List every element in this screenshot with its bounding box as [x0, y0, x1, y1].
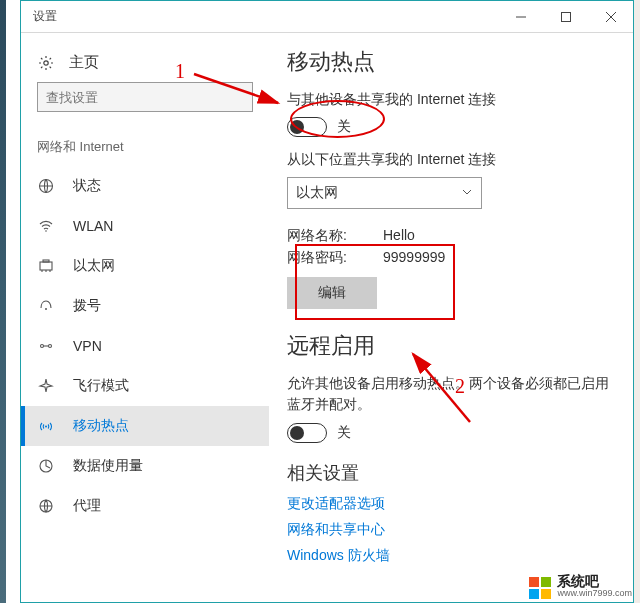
related-heading: 相关设置: [287, 461, 615, 485]
sidebar-item-label: 移动热点: [73, 417, 129, 435]
sidebar-item-ethernet[interactable]: 以太网: [21, 246, 269, 286]
sidebar-item-dialup[interactable]: 拨号: [21, 286, 269, 326]
sidebar-item-vpn[interactable]: VPN: [21, 326, 269, 366]
ethernet-icon: [37, 257, 55, 275]
svg-point-13: [41, 345, 44, 348]
link-adapter-options[interactable]: 更改适配器选项: [287, 495, 615, 513]
watermark-title: 系统吧: [557, 574, 632, 589]
close-button[interactable]: [588, 1, 633, 32]
gear-icon: [37, 54, 55, 72]
sidebar-item-hotspot[interactable]: 移动热点: [21, 406, 269, 446]
network-name-key: 网络名称:: [287, 227, 383, 245]
minimize-button[interactable]: [498, 1, 543, 32]
home-label: 主页: [69, 53, 99, 72]
sidebar-item-label: 拨号: [73, 297, 101, 315]
sidebar-item-wlan[interactable]: WLAN: [21, 206, 269, 246]
watermark: 系统吧 www.win7999.com: [529, 574, 632, 599]
airplane-icon: [37, 377, 55, 395]
share-from-select[interactable]: 以太网: [287, 177, 482, 209]
sidebar-item-label: 飞行模式: [73, 377, 129, 395]
titlebar: 设置: [21, 1, 633, 33]
window-title: 设置: [33, 8, 57, 25]
watermark-logo-icon: [529, 577, 551, 599]
remote-description: 允许其他设备启用移动热点。两个设备必须都已启用蓝牙并配对。: [287, 373, 615, 415]
sidebar: 主页 网络和 Internet 状态 WLAN: [21, 33, 269, 602]
svg-point-4: [44, 60, 48, 64]
link-network-center[interactable]: 网络和共享中心: [287, 521, 615, 539]
svg-rect-1: [561, 12, 570, 21]
dialup-icon: [37, 297, 55, 315]
globe-icon: [37, 177, 55, 195]
svg-point-16: [45, 426, 47, 428]
vpn-icon: [37, 337, 55, 355]
sidebar-item-label: VPN: [73, 338, 102, 354]
share-from-value: 以太网: [296, 184, 338, 202]
sidebar-item-label: 代理: [73, 497, 101, 515]
page-heading: 移动热点: [287, 47, 615, 77]
search-input[interactable]: [37, 82, 253, 112]
wifi-icon: [37, 217, 55, 235]
remote-heading: 远程启用: [287, 331, 615, 361]
svg-rect-8: [43, 260, 49, 262]
data-usage-icon: [37, 457, 55, 475]
sidebar-item-proxy[interactable]: 代理: [21, 486, 269, 526]
svg-point-12: [45, 308, 47, 310]
svg-point-14: [49, 345, 52, 348]
link-firewall[interactable]: Windows 防火墙: [287, 547, 615, 565]
proxy-icon: [37, 497, 55, 515]
sidebar-item-status[interactable]: 状态: [21, 166, 269, 206]
sidebar-item-label: 以太网: [73, 257, 115, 275]
network-name-value: Hello: [383, 227, 415, 245]
sidebar-item-airplane[interactable]: 飞行模式: [21, 366, 269, 406]
sidebar-item-label: 数据使用量: [73, 457, 143, 475]
remote-toggle[interactable]: [287, 423, 327, 443]
watermark-url: www.win7999.com: [557, 589, 632, 599]
annotation-circle-toggle: [290, 100, 385, 138]
hotspot-icon: [37, 417, 55, 435]
sidebar-item-label: 状态: [73, 177, 101, 195]
svg-point-6: [45, 230, 47, 232]
annotation-box-credentials: [295, 244, 455, 320]
share-from-label: 从以下位置共享我的 Internet 连接: [287, 151, 615, 169]
titlebar-actions: [498, 1, 633, 32]
remote-toggle-state: 关: [337, 424, 351, 442]
sidebar-category: 网络和 Internet: [21, 128, 269, 166]
maximize-button[interactable]: [543, 1, 588, 32]
sidebar-item-label: WLAN: [73, 218, 113, 234]
home-link[interactable]: 主页: [21, 47, 269, 82]
svg-rect-7: [40, 262, 52, 270]
chevron-down-icon: [461, 185, 473, 201]
sidebar-item-datausage[interactable]: 数据使用量: [21, 446, 269, 486]
